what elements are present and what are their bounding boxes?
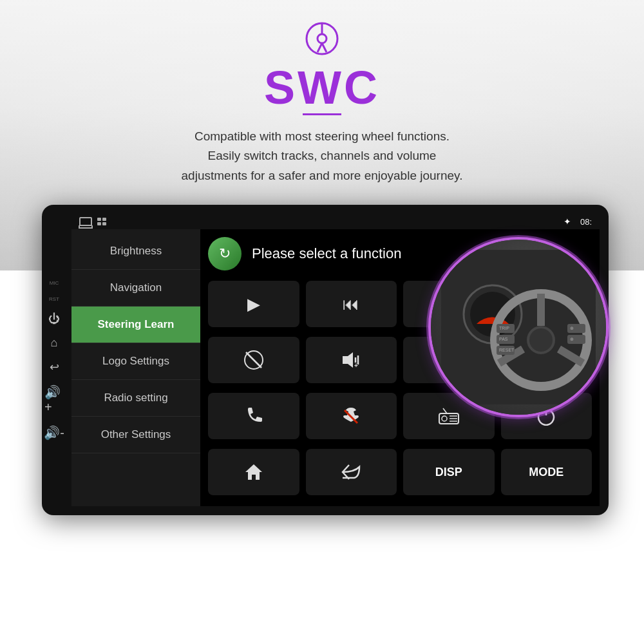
svg-marker-26 bbox=[343, 352, 353, 368]
sidebar-item-other-settings[interactable]: Other Settings bbox=[71, 417, 200, 453]
steering-wheel-icon bbox=[303, 19, 341, 58]
status-bar: ✦ 08: bbox=[71, 214, 600, 229]
back-button[interactable] bbox=[306, 449, 397, 495]
mute-button[interactable] bbox=[208, 337, 299, 383]
svg-text:RESET: RESET bbox=[499, 348, 515, 352]
mic-label: MIC bbox=[50, 280, 59, 286]
hero-section: SWC Compatible with most steering wheel … bbox=[0, 0, 644, 185]
steering-wheel-photo: TRIP PAS RESET ⊕ ⊕ bbox=[428, 237, 609, 417]
rst-label: RST bbox=[49, 296, 59, 302]
home-hw-btn[interactable]: ⌂ bbox=[51, 336, 58, 350]
svg-text:PAS: PAS bbox=[499, 337, 508, 341]
phone-button[interactable] bbox=[208, 393, 299, 439]
mode-button[interactable]: MODE bbox=[501, 449, 592, 495]
status-time: 08: bbox=[580, 217, 592, 227]
sidebar-item-steering-learn[interactable]: Steering Learn bbox=[71, 307, 200, 343]
refresh-button[interactable]: ↻ bbox=[208, 237, 242, 270]
power-hw-btn[interactable]: ⏻ bbox=[48, 312, 60, 326]
home-button[interactable] bbox=[208, 449, 299, 495]
play-button[interactable]: ▶ bbox=[208, 281, 299, 327]
apps-status-icon bbox=[97, 218, 106, 225]
svg-line-4 bbox=[322, 43, 327, 52]
sidebar: Brightness Navigation Steering Learn Log… bbox=[71, 229, 200, 506]
hangup-button[interactable] bbox=[306, 393, 397, 439]
sidebar-item-radio-setting[interactable]: Radio setting bbox=[71, 380, 200, 417]
function-title: Please select a function bbox=[252, 245, 401, 262]
svg-point-37 bbox=[442, 416, 447, 421]
sidebar-item-logo-settings[interactable]: Logo Settings bbox=[71, 343, 200, 380]
svg-text:⊕: ⊕ bbox=[570, 337, 574, 341]
svg-text:TRIP: TRIP bbox=[499, 326, 509, 330]
bluetooth-icon: ✦ bbox=[564, 216, 571, 227]
prev-button[interactable]: ⏮ bbox=[306, 281, 397, 327]
disp-button[interactable]: DISP bbox=[403, 449, 495, 495]
back-hw-btn[interactable]: ↩ bbox=[50, 360, 59, 374]
svg-marker-43 bbox=[245, 464, 262, 480]
vol-up-button[interactable]: + bbox=[306, 337, 397, 383]
swc-description: Compatible with most steering wheel func… bbox=[103, 127, 541, 185]
svg-point-10 bbox=[529, 328, 553, 352]
svg-point-1 bbox=[317, 34, 327, 43]
svg-line-25 bbox=[246, 352, 261, 368]
vol-down-hw-btn[interactable]: 🔊- bbox=[44, 425, 64, 440]
swc-underline bbox=[303, 113, 341, 115]
vol-up-hw-btn[interactable]: 🔊+ bbox=[44, 384, 64, 415]
svg-text:+: + bbox=[354, 362, 358, 369]
svg-line-3 bbox=[317, 43, 322, 52]
swc-title: SWC bbox=[0, 64, 644, 111]
svg-text:⊕: ⊕ bbox=[570, 326, 574, 330]
sidebar-item-navigation[interactable]: Navigation bbox=[71, 270, 200, 307]
home-status-icon bbox=[79, 217, 92, 226]
sidebar-item-brightness[interactable]: Brightness bbox=[71, 233, 200, 270]
